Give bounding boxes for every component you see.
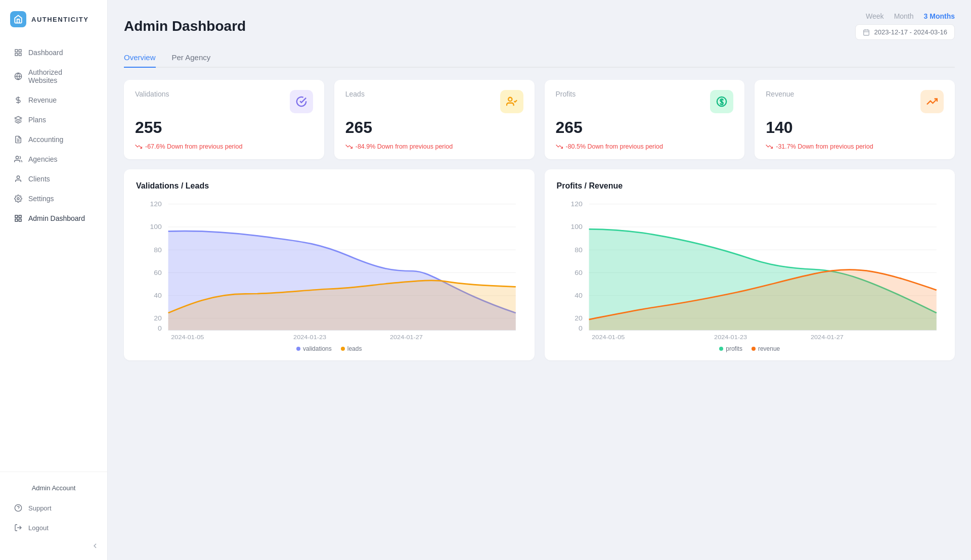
legend-label: validations xyxy=(303,345,332,352)
time-filters: Week Month 3 Months xyxy=(866,12,955,20)
header-right: Week Month 3 Months 2023-12-17 - 2024-03… xyxy=(855,12,955,40)
sidebar-item-label: Agencies xyxy=(28,155,58,163)
svg-text:0: 0 xyxy=(158,325,162,332)
stat-card-profits: Profits 265 -80.5% Down xyxy=(545,80,745,159)
chart-profits-revenue: Profits / Revenue 120 100 80 xyxy=(545,169,955,360)
svg-text:40: 40 xyxy=(575,292,583,299)
leads-icon-bg xyxy=(500,90,523,113)
tab-per-agency[interactable]: Per Agency xyxy=(172,48,211,68)
sidebar-item-support[interactable]: Support xyxy=(4,498,103,518)
stat-card-leads: Leads 265 -84.9% Down f xyxy=(334,80,535,159)
svg-text:100: 100 xyxy=(150,223,162,230)
legend-label: revenue xyxy=(758,345,780,352)
legend-dot xyxy=(296,347,300,351)
svg-rect-0 xyxy=(15,50,18,52)
main-content: Admin Dashboard Week Month 3 Months 2023… xyxy=(108,0,971,560)
svg-text:20: 20 xyxy=(575,315,583,322)
svg-text:2024-01-05: 2024-01-05 xyxy=(592,334,625,340)
stat-change-text: -31.7% Down from previous period xyxy=(776,143,873,150)
svg-rect-16 xyxy=(19,219,21,221)
legend-label: profits xyxy=(726,345,742,352)
sidebar-item-agencies[interactable]: Agencies xyxy=(4,150,103,169)
stat-change-text: -67.6% Down from previous period xyxy=(145,143,242,150)
legend-dot xyxy=(752,347,756,351)
sidebar-item-label: Support xyxy=(28,504,52,512)
chart-legend: profits revenue xyxy=(557,345,943,352)
revenue-icon-bg xyxy=(920,90,944,113)
grid2-icon xyxy=(14,214,22,222)
date-range-value: 2023-12-17 - 2024-03-16 xyxy=(874,28,947,36)
tab-overview[interactable]: Overview xyxy=(124,48,156,68)
chart-title: Profits / Revenue xyxy=(557,181,943,191)
chart-title: Validations / Leads xyxy=(136,181,522,191)
date-range-picker[interactable]: 2023-12-17 - 2024-03-16 xyxy=(855,24,955,40)
validations-icon-bg xyxy=(290,90,313,113)
sidebar-item-admin-dashboard[interactable]: Admin Dashboard xyxy=(4,209,103,228)
sidebar-item-logout[interactable]: Logout xyxy=(4,518,103,537)
svg-text:60: 60 xyxy=(575,269,583,276)
svg-text:80: 80 xyxy=(154,247,162,254)
dollar-icon xyxy=(14,96,22,104)
legend-revenue: revenue xyxy=(752,345,780,352)
chart-svg: 120 100 80 60 40 20 0 xyxy=(136,199,522,340)
chart-legend: validations leads xyxy=(136,345,522,352)
profits-icon-bg xyxy=(710,90,733,113)
stat-value: 265 xyxy=(345,118,523,137)
trending-down-icon xyxy=(766,143,773,150)
main-content-area: Overview Per Agency Validations 255 xyxy=(108,48,971,560)
stat-label: Validations xyxy=(135,90,169,98)
stat-value: 140 xyxy=(766,118,944,137)
sidebar-item-dashboard[interactable]: Dashboard xyxy=(4,43,103,62)
sidebar-item-label: Accounting xyxy=(28,135,63,144)
chart-svg: 120 100 80 60 40 20 0 xyxy=(557,199,943,340)
svg-text:120: 120 xyxy=(150,201,162,208)
user-icon xyxy=(14,175,22,183)
chart-validations-leads: Validations / Leads 120 100 80 xyxy=(124,169,535,360)
user-check-icon xyxy=(506,96,517,107)
logo-area[interactable]: AUTHENTICITY xyxy=(0,0,107,38)
svg-rect-14 xyxy=(19,215,21,218)
sidebar-item-label: Logout xyxy=(28,524,49,532)
sidebar-item-revenue[interactable]: Revenue xyxy=(4,90,103,110)
svg-rect-15 xyxy=(15,219,18,221)
sidebar-item-authorized-websites[interactable]: Authorized Websites xyxy=(4,63,103,90)
stat-change: -80.5% Down from previous period xyxy=(556,143,734,150)
collapse-button[interactable] xyxy=(0,538,107,554)
filter-week[interactable]: Week xyxy=(866,12,884,20)
sidebar-item-label: Clients xyxy=(28,175,50,183)
sidebar-nav: Dashboard Authorized Websites Revenue xyxy=(0,38,107,472)
page-header: Admin Dashboard Week Month 3 Months 2023… xyxy=(108,0,971,48)
stat-card-validations: Validations 255 -67.6% Down from previ xyxy=(124,80,324,159)
sidebar-item-accounting[interactable]: Accounting xyxy=(4,130,103,149)
sidebar-item-settings[interactable]: Settings xyxy=(4,189,103,208)
stat-label: Leads xyxy=(345,90,365,98)
sidebar-item-label: Admin Dashboard xyxy=(28,214,85,222)
sidebar-item-label: Settings xyxy=(28,195,54,203)
svg-text:20: 20 xyxy=(154,315,162,322)
stat-header: Profits xyxy=(556,90,734,113)
chevron-left-icon xyxy=(91,542,99,550)
sidebar-bottom: Admin Account Support Logout xyxy=(0,472,107,560)
svg-text:2024-01-27: 2024-01-27 xyxy=(390,334,423,340)
trending-up-icon xyxy=(926,96,938,107)
chart-area: 120 100 80 60 40 20 0 xyxy=(136,199,522,340)
svg-point-12 xyxy=(17,198,19,200)
svg-text:2024-01-27: 2024-01-27 xyxy=(810,334,843,340)
app-name: AUTHENTICITY xyxy=(31,16,89,23)
trending-down-icon xyxy=(345,143,352,150)
filter-3months[interactable]: 3 Months xyxy=(924,12,955,20)
page-title: Admin Dashboard xyxy=(124,18,246,34)
sidebar-item-label: Dashboard xyxy=(28,49,63,57)
svg-rect-20 xyxy=(864,30,869,35)
filter-month[interactable]: Month xyxy=(894,12,914,20)
grid-icon xyxy=(14,49,22,57)
svg-text:60: 60 xyxy=(154,269,162,276)
stat-change: -31.7% Down from previous period xyxy=(766,143,944,150)
log-out-icon xyxy=(14,524,22,532)
legend-profits: profits xyxy=(719,345,742,352)
sidebar-item-clients[interactable]: Clients xyxy=(4,169,103,189)
sidebar-item-plans[interactable]: Plans xyxy=(4,110,103,129)
stat-header: Validations xyxy=(135,90,313,113)
svg-rect-13 xyxy=(15,215,18,218)
stat-change-text: -84.9% Down from previous period xyxy=(356,143,453,150)
